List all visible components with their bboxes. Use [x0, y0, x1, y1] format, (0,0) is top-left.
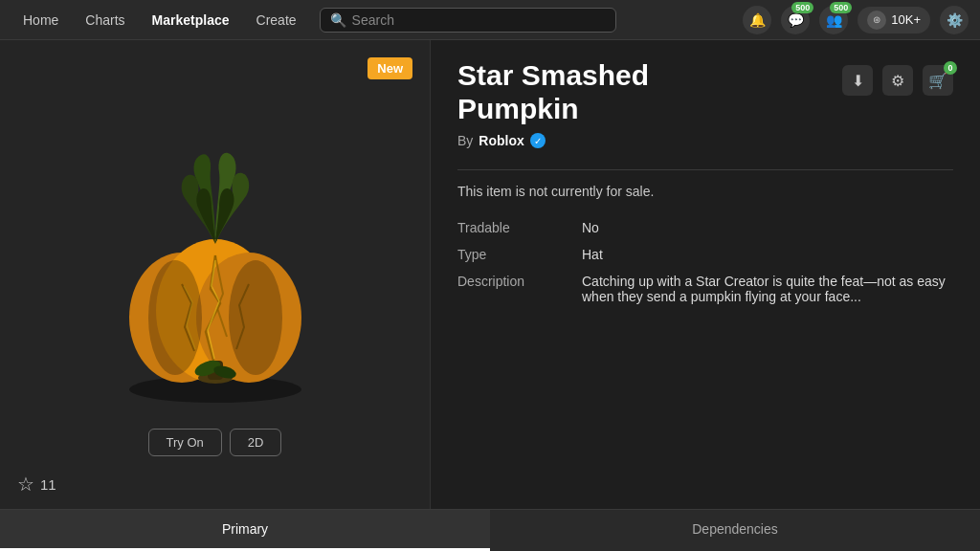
divider — [457, 169, 953, 170]
nav-marketplace[interactable]: Marketplace — [141, 7, 241, 33]
cart-icon-btn[interactable]: 🛒 0 — [923, 65, 953, 96]
try-on-button[interactable]: Try On — [148, 429, 222, 456]
type-label: Type — [457, 241, 582, 268]
svg-point-5 — [229, 260, 282, 375]
creator-prefix: By — [457, 133, 473, 148]
item-title: Star Smashed Pumpkin — [457, 59, 649, 125]
search-icon: 🔍 — [330, 12, 346, 28]
settings-icon[interactable]: ⚙️ — [940, 6, 969, 34]
item-title-row: Star Smashed Pumpkin ⬇ ⚙ 🛒 0 — [457, 59, 953, 125]
nav-charts[interactable]: Charts — [74, 7, 136, 33]
verified-icon: ✓ — [530, 133, 546, 148]
friends-icon[interactable]: 👥 500 — [819, 6, 848, 34]
bottom-tabs: Primary Dependencies — [0, 509, 980, 551]
description-label: Description — [457, 268, 582, 310]
two-d-button[interactable]: 2D — [230, 429, 282, 456]
new-badge: New — [368, 57, 412, 79]
item-actions: Try On 2D — [148, 429, 282, 456]
not-for-sale-text: This item is not currently for sale. — [457, 184, 953, 199]
nav-create[interactable]: Create — [245, 7, 308, 33]
nav-right-icons: 🔔 💬 500 👥 500 ⊛ 10K+ ⚙️ — [743, 6, 969, 34]
creator-name[interactable]: Roblox — [479, 133, 523, 148]
robux-icon: ⊛ — [867, 11, 886, 30]
search-input[interactable] — [352, 12, 606, 28]
description-value: Catching up with a Star Creator is quite… — [582, 268, 953, 310]
creator-row: By Roblox ✓ — [457, 133, 953, 148]
download-icon-btn[interactable]: ⬇ — [842, 65, 873, 96]
item-image — [81, 141, 349, 408]
stars-row: ☆ 11 — [17, 473, 56, 496]
tab-dependencies[interactable]: Dependencies — [490, 510, 980, 551]
friends-badge: 500 — [830, 2, 852, 13]
tradable-label: Tradable — [457, 214, 582, 241]
type-row: Type Hat — [457, 241, 953, 268]
stars-count: 11 — [40, 476, 56, 493]
navbar: Home Charts Marketplace Create 🔍 🔔 💬 500… — [0, 0, 980, 40]
search-bar[interactable]: 🔍 — [320, 8, 616, 33]
messages-badge: 500 — [791, 2, 813, 13]
type-value: Hat — [582, 241, 953, 268]
info-table: Tradable No Type Hat Description Catchin… — [457, 214, 953, 310]
item-title-line1: Star Smashed — [457, 59, 649, 91]
item-panel: New — [0, 40, 431, 509]
notification-icon[interactable]: 🔔 — [743, 6, 771, 34]
tradable-row: Tradable No — [457, 214, 953, 241]
details-panel: Star Smashed Pumpkin ⬇ ⚙ 🛒 0 By Roblox ✓… — [431, 40, 980, 509]
star-icon[interactable]: ☆ — [17, 473, 34, 496]
description-row: Description Catching up with a Star Crea… — [457, 268, 953, 310]
configure-icon-btn[interactable]: ⚙ — [882, 65, 913, 96]
tab-primary[interactable]: Primary — [0, 510, 490, 551]
nav-home[interactable]: Home — [11, 7, 70, 33]
messages-icon[interactable]: 💬 500 — [781, 6, 810, 34]
svg-point-4 — [148, 260, 202, 375]
item-title-line2: Pumpkin — [457, 93, 579, 124]
currency-button[interactable]: ⊛ 10K+ — [858, 7, 930, 33]
currency-amount: 10K+ — [891, 12, 921, 27]
main-content: New — [0, 40, 980, 509]
cart-count-badge: 0 — [944, 61, 957, 75]
title-icons: ⬇ ⚙ 🛒 0 — [842, 65, 953, 96]
tradable-value: No — [582, 214, 953, 241]
